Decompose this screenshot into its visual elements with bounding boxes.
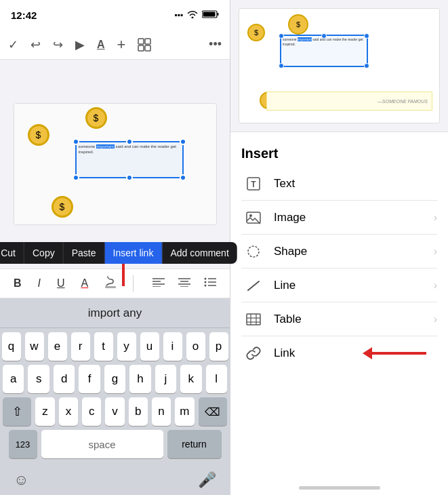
top-toolbar: ✓ ↩ ↪ ▶ A + ••• <box>0 30 230 60</box>
layout-button[interactable] <box>138 38 151 52</box>
space-key[interactable]: space <box>41 430 163 458</box>
paste-menu-item[interactable]: Paste <box>64 242 105 264</box>
shift-key[interactable]: ⇧ <box>3 397 31 426</box>
align-left-button[interactable] <box>150 275 167 292</box>
insert-item-line[interactable]: Line › <box>241 269 437 302</box>
more-button[interactable]: ••• <box>209 37 222 52</box>
insert-item-image[interactable]: Image › <box>241 201 437 235</box>
keyboard-row-1: q w e r t y u i o p <box>3 332 227 361</box>
preview-quote-box: —SOMEONE FAMOUS <box>266 92 432 111</box>
bold-button[interactable]: B <box>11 275 24 292</box>
coin-decoration-3: $ <box>52 196 73 218</box>
redo-button[interactable]: ↪ <box>53 37 63 52</box>
handle-tr[interactable] <box>180 138 186 145</box>
list-button[interactable] <box>201 275 219 292</box>
key-s[interactable]: s <box>28 365 49 393</box>
key-o[interactable]: o <box>186 332 205 361</box>
canvas-area: $ $ $ someone important said and can mak… <box>0 60 230 269</box>
svg-point-25 <box>249 214 252 217</box>
key-a[interactable]: a <box>3 365 24 393</box>
undo-button[interactable]: ↩ <box>30 37 41 52</box>
coin-decoration-2: $ <box>85 107 107 129</box>
handle-top[interactable] <box>126 138 133 145</box>
link-icon <box>241 341 266 365</box>
key-d[interactable]: d <box>54 365 75 393</box>
handle-bottom[interactable] <box>126 174 133 181</box>
keyboard-row-2: a s d f g h j k l <box>3 365 227 393</box>
key-w[interactable]: w <box>25 332 44 361</box>
key-x[interactable]: x <box>59 397 78 426</box>
key-f[interactable]: f <box>79 365 100 393</box>
right-panel: $ $ $ someone important said and can mak… <box>230 0 448 495</box>
context-menu: Cut Copy Paste Insert link Add comment <box>0 242 237 264</box>
numbers-key[interactable]: 123 <box>9 430 37 458</box>
key-i[interactable]: i <box>163 332 182 361</box>
key-q[interactable]: q <box>2 332 21 361</box>
preview-coin-1: $ <box>247 24 265 41</box>
handle-tl[interactable] <box>73 138 79 145</box>
underline-button[interactable]: U <box>54 275 68 292</box>
svg-point-17 <box>205 281 207 283</box>
italic-button[interactable]: I <box>35 275 43 292</box>
key-g[interactable]: g <box>104 365 125 393</box>
key-r[interactable]: r <box>71 332 90 361</box>
insert-item-link[interactable]: Link <box>241 336 437 370</box>
insert-item-table[interactable]: Table › <box>241 302 437 336</box>
preview-handle-top <box>321 33 327 39</box>
insert-item-text[interactable]: T Text <box>241 167 437 201</box>
left-panel: 12:42 ▪▪▪ ✓ ↩ ↪ ▶ A <box>0 0 230 495</box>
preview-slide-canvas: $ $ $ someone important said and can mak… <box>239 8 440 123</box>
key-u[interactable]: u <box>140 332 159 361</box>
key-c[interactable]: c <box>82 397 101 426</box>
key-l[interactable]: l <box>206 365 227 393</box>
autocomplete-suggestion[interactable]: import any <box>88 306 142 320</box>
copy-menu-item[interactable]: Copy <box>24 242 64 264</box>
shape-label: Shape <box>274 245 434 258</box>
shape-chevron: › <box>434 245 437 258</box>
align-center-button[interactable] <box>176 275 193 292</box>
microphone-button[interactable]: 🎤 <box>198 471 216 489</box>
key-e[interactable]: e <box>48 332 67 361</box>
delete-key[interactable]: ⌫ <box>199 397 227 426</box>
insert-item-shape[interactable]: Shape › <box>241 235 437 269</box>
key-p[interactable]: p <box>209 332 228 361</box>
text-format-button[interactable]: A <box>97 39 105 51</box>
selected-text-box[interactable]: someone important said and can make the … <box>75 141 184 178</box>
key-m[interactable]: m <box>175 397 194 426</box>
return-key[interactable]: return <box>167 430 222 458</box>
key-v[interactable]: v <box>105 397 124 426</box>
status-icons: ▪▪▪ <box>174 10 219 20</box>
line-chevron: › <box>434 279 437 292</box>
text-color-button[interactable]: A <box>79 275 91 292</box>
emoji-button[interactable]: ☺ <box>14 471 28 489</box>
svg-rect-7 <box>105 286 116 288</box>
key-z[interactable]: z <box>35 397 54 426</box>
add-button[interactable]: + <box>117 36 126 54</box>
brush-button[interactable] <box>102 273 119 294</box>
home-indicator-area <box>230 472 448 495</box>
handle-bl[interactable] <box>73 174 79 181</box>
check-button[interactable]: ✓ <box>8 37 18 52</box>
key-y[interactable]: y <box>117 332 136 361</box>
key-n[interactable]: n <box>152 397 171 426</box>
svg-rect-3 <box>138 39 144 44</box>
handle-br[interactable] <box>180 174 186 181</box>
cut-menu-item[interactable]: Cut <box>0 242 24 264</box>
slide-canvas: $ $ $ someone important said and can mak… <box>14 103 217 225</box>
insert-section: Insert T Text Image › <box>230 132 448 376</box>
key-k[interactable]: k <box>180 365 201 393</box>
key-b[interactable]: b <box>129 397 148 426</box>
play-button[interactable]: ▶ <box>75 37 85 52</box>
add-comment-menu-item[interactable]: Add comment <box>162 242 237 264</box>
insert-link-menu-item[interactable]: Insert link <box>105 242 163 264</box>
insert-title: Insert <box>241 146 437 161</box>
status-time: 12:42 <box>11 9 37 21</box>
keyboard-row-4: 123 space return <box>3 430 227 458</box>
divider <box>133 275 134 292</box>
image-chevron: › <box>434 212 437 224</box>
key-j[interactable]: j <box>155 365 176 393</box>
keyboard-bottom-bar: ☺ 🎤 <box>0 465 230 495</box>
format-toolbar: B I U A <box>0 269 230 298</box>
key-t[interactable]: t <box>94 332 113 361</box>
key-h[interactable]: h <box>129 365 150 393</box>
